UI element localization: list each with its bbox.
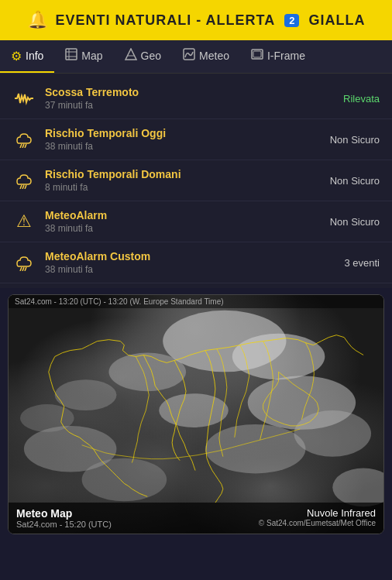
event-status: Non Sicuro bbox=[330, 216, 380, 228]
event-time: 37 minuti fa bbox=[45, 100, 334, 111]
header: 🔔 EVENTI NATURALI - ALLERTA 2 GIALLA bbox=[0, 0, 392, 40]
tab-iframe[interactable]: I-Frame bbox=[240, 40, 316, 73]
svg-line-13 bbox=[22, 185, 24, 189]
svg-point-24 bbox=[82, 458, 167, 502]
tab-geo-label: Geo bbox=[141, 50, 161, 62]
map-credit: © Sat24.com/Eumetsat/Met Office bbox=[259, 519, 376, 527]
list-item[interactable]: Rischio Temporali Oggi 38 minuti fa Non … bbox=[0, 119, 392, 160]
svg-rect-0 bbox=[66, 49, 77, 60]
svg-line-9 bbox=[20, 144, 22, 148]
map-bottom-left: Meteo Map Sat24.com - 15:20 (UTC) bbox=[16, 507, 112, 529]
alert-level: GIALLA bbox=[308, 12, 365, 29]
map-title: Meteo Map bbox=[16, 507, 112, 520]
map-timestamp: Sat24.com - 13:20 (UTC) - 13:20 (W. Euro… bbox=[9, 295, 383, 308]
svg-line-10 bbox=[22, 144, 24, 148]
event-text: MeteoAlarm 38 minuti fa bbox=[45, 209, 321, 234]
svg-point-29 bbox=[20, 404, 74, 432]
event-title: MeteoAlarm bbox=[45, 209, 321, 221]
event-time: 38 minuti fa bbox=[45, 141, 321, 152]
svg-point-27 bbox=[332, 468, 383, 507]
earthquake-icon bbox=[12, 91, 36, 105]
tab-meteo[interactable]: Meteo bbox=[172, 40, 240, 73]
tab-map-label: Map bbox=[81, 50, 102, 62]
event-title: Scossa Terremoto bbox=[45, 86, 334, 98]
event-text: Rischio Temporali Oggi 38 minuti fa bbox=[45, 127, 321, 152]
svg-line-17 bbox=[25, 267, 26, 271]
list-item[interactable]: MeteoAlarm Custom 38 minuti fa 3 eventi bbox=[0, 242, 392, 283]
event-title: MeteoAlarm Custom bbox=[45, 250, 335, 263]
list-item[interactable]: ⚠ MeteoAlarm 38 minuti fa Non Sicuro bbox=[0, 201, 392, 242]
svg-line-16 bbox=[22, 267, 24, 271]
svg-line-14 bbox=[25, 185, 26, 189]
list-item[interactable]: Scossa Terremoto 37 minuti fa Rilevata bbox=[0, 78, 392, 119]
storm-today-icon bbox=[12, 131, 36, 148]
tab-map[interactable]: Map bbox=[54, 40, 113, 73]
event-status: Non Sicuro bbox=[330, 134, 380, 146]
map-type: Nuvole Infrared bbox=[259, 507, 376, 519]
bell-icon: 🔔 bbox=[27, 10, 48, 30]
svg-point-22 bbox=[294, 410, 371, 457]
map-bottom-bar: Meteo Map Sat24.com - 15:20 (UTC) Nuvole… bbox=[9, 503, 383, 534]
storm-custom-icon bbox=[12, 254, 36, 271]
tab-iframe-label: I-Frame bbox=[267, 50, 305, 62]
svg-line-11 bbox=[25, 144, 26, 148]
warning-icon: ⚠ bbox=[12, 211, 36, 232]
storm-tomorrow-icon bbox=[12, 172, 36, 189]
satellite-overlay bbox=[9, 295, 383, 534]
tab-geo[interactable]: Geo bbox=[114, 40, 172, 73]
satellite-image: Sat24.com - 13:20 (UTC) - 13:20 (W. Euro… bbox=[9, 295, 383, 534]
event-text: MeteoAlarm Custom 38 minuti fa bbox=[45, 250, 335, 275]
event-title: Rischio Temporali Oggi bbox=[45, 127, 321, 139]
iframe-icon bbox=[251, 48, 263, 63]
svg-rect-8 bbox=[253, 51, 261, 57]
event-time: 38 minuti fa bbox=[45, 223, 321, 234]
meteo-icon bbox=[183, 48, 195, 63]
event-text: Rischio Temporali Domani 8 minuti fa bbox=[45, 168, 321, 193]
map-bottom-right: Nuvole Infrared © Sat24.com/Eumetsat/Met… bbox=[259, 507, 376, 529]
map-icon bbox=[65, 48, 77, 63]
map-subtitle: Sat24.com - 15:20 (UTC) bbox=[16, 520, 112, 529]
settings-icon: ⚙ bbox=[11, 49, 22, 63]
svg-line-15 bbox=[20, 267, 22, 271]
svg-point-26 bbox=[159, 393, 229, 427]
tab-meteo-label: Meteo bbox=[199, 50, 229, 62]
header-title: EVENTI NATURALI - ALLERTA bbox=[56, 12, 276, 29]
event-status: 3 eventi bbox=[344, 257, 380, 269]
list-item[interactable]: Rischio Temporali Domani 8 minuti fa Non… bbox=[0, 160, 392, 201]
alert-badge: 2 bbox=[284, 14, 299, 27]
event-status: Non Sicuro bbox=[330, 175, 380, 187]
nav-tabs: ⚙ Info Map Geo Meteo bbox=[0, 40, 392, 74]
svg-marker-4 bbox=[126, 49, 136, 60]
event-text: Scossa Terremoto 37 minuti fa bbox=[45, 86, 334, 111]
event-status: Rilevata bbox=[343, 93, 380, 105]
event-title: Rischio Temporali Domani bbox=[45, 168, 321, 180]
events-list: Scossa Terremoto 37 minuti fa Rilevata R… bbox=[0, 74, 392, 288]
event-time: 38 minuti fa bbox=[45, 264, 335, 275]
tab-info[interactable]: ⚙ Info bbox=[0, 41, 54, 73]
map-section: Sat24.com - 13:20 (UTC) - 13:20 (W. Euro… bbox=[8, 294, 384, 534]
svg-line-12 bbox=[20, 185, 22, 189]
tab-info-label: Info bbox=[26, 50, 43, 62]
geo-icon bbox=[125, 48, 137, 63]
event-time: 8 minuti fa bbox=[45, 182, 321, 193]
